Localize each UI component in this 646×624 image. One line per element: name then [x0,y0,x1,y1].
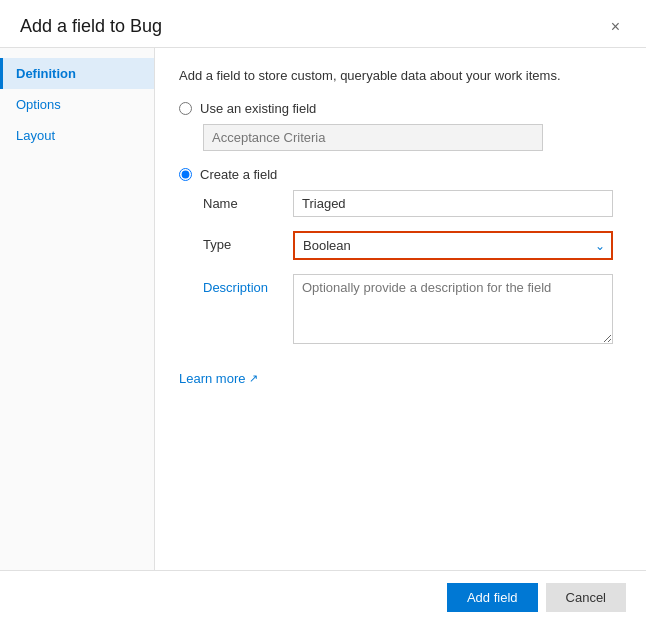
dialog-body: Definition Options Layout Add a field to… [0,48,646,570]
create-field-row: Create a field [179,167,622,182]
description-label: Description [203,274,293,295]
name-label: Name [203,190,293,211]
main-content: Add a field to store custom, queryable d… [155,48,646,570]
existing-field-input[interactable] [203,124,543,151]
type-label: Type [203,231,293,252]
cancel-button[interactable]: Cancel [546,583,626,612]
description-input-wrapper [293,274,622,347]
type-row: Type Boolean String Integer Double DateT… [203,231,622,260]
sidebar: Definition Options Layout [0,48,155,570]
add-field-button[interactable]: Add field [447,583,538,612]
sidebar-item-options[interactable]: Options [0,89,154,120]
use-existing-radio[interactable] [179,102,192,115]
description-textarea[interactable] [293,274,613,344]
type-select[interactable]: Boolean String Integer Double DateTime P… [293,231,613,260]
close-button[interactable]: × [605,17,626,37]
external-link-icon: ↗ [249,372,258,385]
create-field-label[interactable]: Create a field [200,167,277,182]
existing-field-input-wrapper [203,124,622,151]
use-existing-row: Use an existing field [179,101,622,116]
sidebar-item-layout[interactable]: Layout [0,120,154,151]
type-select-wrapper: Boolean String Integer Double DateTime P… [293,231,613,260]
use-existing-label[interactable]: Use an existing field [200,101,316,116]
dialog-footer: Add field Cancel [0,570,646,624]
create-field-section: Create a field Name Type Boolean [179,167,622,347]
dialog-header: Add a field to Bug × [0,0,646,48]
use-existing-section: Use an existing field [179,101,622,151]
description-row: Description [203,274,622,347]
name-input-wrapper [293,190,622,217]
description-text: Add a field to store custom, queryable d… [179,68,622,83]
learn-more-link[interactable]: Learn more ↗ [179,371,258,386]
add-field-dialog: Add a field to Bug × Definition Options … [0,0,646,624]
dialog-title: Add a field to Bug [20,16,162,37]
name-row: Name [203,190,622,217]
sidebar-item-definition[interactable]: Definition [0,58,154,89]
create-field-radio[interactable] [179,168,192,181]
type-input-wrapper: Boolean String Integer Double DateTime P… [293,231,622,260]
name-input[interactable] [293,190,613,217]
